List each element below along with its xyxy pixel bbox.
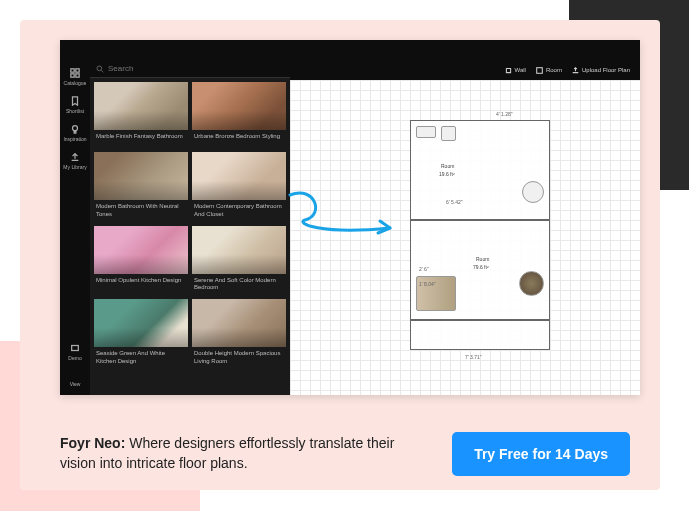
card-label: Urbane Bronze Bedroom Styling: [192, 130, 286, 148]
catalog-grid: Marble Finish Fantasy Bathroom Urbane Br…: [90, 78, 290, 373]
fixture: [441, 126, 456, 141]
card-label: Minimal Opulent Kitchen Design: [94, 274, 188, 292]
svg-rect-5: [72, 346, 79, 351]
upload-button[interactable]: Upload Floor Plan: [572, 67, 630, 74]
card-label: Seaside Green And White Kitchen Design: [94, 347, 188, 369]
catalog-card[interactable]: Minimal Opulent Kitchen Design: [94, 226, 188, 296]
sidebar-label: View: [70, 381, 81, 387]
upload-icon: [572, 67, 579, 74]
bottom-row: Foyr Neo: Where designers effortlessly t…: [60, 432, 630, 476]
dimension: 6' 5.42": [446, 199, 463, 205]
card-label: Serene And Soft Color Modern Bedroom: [192, 274, 286, 296]
wall-icon: [505, 67, 512, 74]
catalog-card[interactable]: Serene And Soft Color Modern Bedroom: [192, 226, 286, 296]
room-label: Room: [476, 256, 489, 262]
demo-icon: [70, 343, 80, 353]
sidebar-label: Shortlist: [66, 108, 84, 114]
fixture: [416, 126, 436, 138]
search-icon: [96, 65, 104, 73]
svg-point-4: [73, 126, 78, 131]
grid-icon: [70, 68, 80, 78]
svg-point-6: [97, 66, 102, 71]
catalog-panel: Marble Finish Fantasy Bathroom Urbane Br…: [90, 60, 290, 395]
sidebar-label: Demo: [68, 355, 81, 361]
thumbnail: [192, 82, 286, 130]
svg-rect-1: [76, 69, 79, 72]
sidebar-item-mylibrary[interactable]: My Library: [60, 148, 90, 174]
floorplan-room[interactable]: Room 19.6 ft² 4' 1.28" 6' 5.42": [410, 120, 550, 220]
catalog-card[interactable]: Seaside Green And White Kitchen Design: [94, 299, 188, 369]
thumbnail: [94, 82, 188, 130]
catalog-card[interactable]: Double Height Modern Spacious Living Roo…: [192, 299, 286, 369]
search-input[interactable]: [108, 64, 284, 73]
fixture-toilet: [522, 181, 544, 203]
thumbnail: [94, 226, 188, 274]
fixture-table: [519, 271, 544, 296]
canvas-toolbar: Wall Room Upload Floor Plan: [290, 60, 640, 80]
room-button[interactable]: Room: [536, 67, 562, 74]
upload-icon: [70, 152, 80, 162]
catalog-card[interactable]: Modern Contemporary Bathroom And Closet: [192, 152, 286, 222]
bulb-icon: [70, 124, 80, 134]
sidebar-label: Inspiration: [63, 136, 86, 142]
canvas-area: Wall Room Upload Floor Plan: [290, 60, 640, 395]
room-icon: [536, 67, 543, 74]
bookmark-icon: [70, 96, 80, 106]
card-label: Double Height Modern Spacious Living Roo…: [192, 347, 286, 369]
dimension: 2' 6": [419, 266, 429, 272]
svg-rect-3: [76, 74, 79, 77]
dimension: 4' 1.28": [496, 111, 513, 117]
thumbnail: [192, 299, 286, 347]
floorplan-room[interactable]: Room 79.6 ft² 2' 6" 1' 8.04": [410, 220, 550, 320]
app-screenshot: Catalogue Shortlist Inspiration My Libra…: [60, 40, 640, 395]
floorplan[interactable]: Room 19.6 ft² 4' 1.28" 6' 5.42" Room 79.…: [410, 120, 550, 370]
sidebar-item-shortlist[interactable]: Shortlist: [60, 92, 90, 118]
sidebar-label: My Library: [63, 164, 86, 170]
tool-label: Room: [546, 67, 562, 73]
thumbnail: [192, 226, 286, 274]
tool-label: Upload Floor Plan: [582, 67, 630, 73]
sidebar-item-demo[interactable]: Demo: [60, 339, 90, 365]
catalog-card[interactable]: Marble Finish Fantasy Bathroom: [94, 82, 188, 148]
dimension: 1' 8.04": [419, 281, 436, 287]
thumbnail: [192, 152, 286, 200]
svg-rect-7: [537, 67, 543, 73]
room-dim: 19.6 ft²: [439, 171, 455, 177]
card-label: Marble Finish Fantasy Bathroom: [94, 130, 188, 148]
card-label: Modern Bathroom With Neutral Tones: [94, 200, 188, 222]
card-label: Modern Contemporary Bathroom And Closet: [192, 200, 286, 222]
tool-label: Wall: [515, 67, 526, 73]
catalog-card[interactable]: Urbane Bronze Bedroom Styling: [192, 82, 286, 148]
floorplan-room[interactable]: [410, 320, 550, 350]
marketing-copy: Foyr Neo: Where designers effortlessly t…: [60, 434, 432, 473]
svg-rect-0: [71, 69, 74, 72]
sidebar-label: Catalogue: [64, 80, 87, 86]
grid-canvas[interactable]: Room 19.6 ft² 4' 1.28" 6' 5.42" Room 79.…: [290, 80, 640, 395]
thumbnail: [94, 299, 188, 347]
cta-button[interactable]: Try Free for 14 Days: [452, 432, 630, 476]
vertical-sidebar: Catalogue Shortlist Inspiration My Libra…: [60, 60, 90, 395]
thumbnail: [94, 152, 188, 200]
promo-container: Catalogue Shortlist Inspiration My Libra…: [20, 20, 660, 490]
room-dim: 79.6 ft²: [473, 264, 489, 270]
sidebar-item-view[interactable]: View: [60, 377, 90, 391]
sidebar-item-catalogue[interactable]: Catalogue: [60, 64, 90, 90]
catalog-card[interactable]: Modern Bathroom With Neutral Tones: [94, 152, 188, 222]
sidebar-item-inspiration[interactable]: Inspiration: [60, 120, 90, 146]
svg-rect-2: [71, 74, 74, 77]
wall-button[interactable]: Wall: [505, 67, 526, 74]
brand-name: Foyr Neo:: [60, 435, 125, 451]
search-row: [90, 60, 290, 78]
dimension: 7' 3.71": [465, 354, 482, 360]
app-topbar: [60, 40, 640, 60]
room-label: Room: [441, 163, 454, 169]
